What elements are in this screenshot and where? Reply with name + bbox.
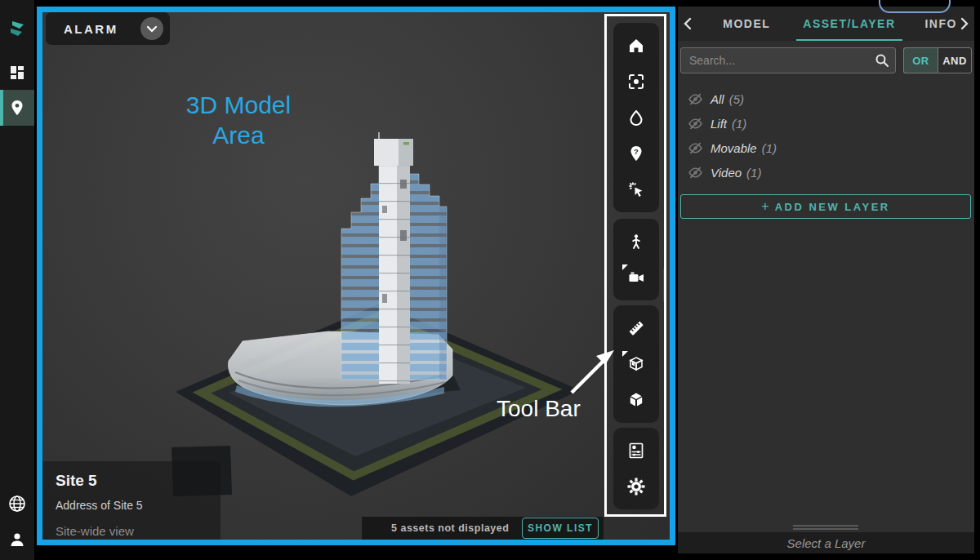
ruler-icon [626,318,646,338]
click-select-button[interactable] [618,171,654,207]
visibility-off-icon[interactable] [688,91,709,107]
layer-row-video[interactable]: Video (1) [678,160,974,184]
alarm-label: ALARM [64,22,140,36]
logic-toggle: OR AND [903,47,972,73]
plus-icon: + [761,199,768,214]
sidebar-item-globe[interactable] [0,487,34,521]
layer-count: (5) [729,92,744,106]
toolbar-group-view [613,219,659,300]
chevron-down-icon[interactable] [140,17,163,40]
tabs-scroll-left[interactable] [678,7,697,41]
home-icon [627,37,645,55]
left-sidebar [0,0,34,560]
site-info-card: Site 5 Address of Site 5 Site-wide view [42,461,220,540]
app-window: ALARM 3D Model Area [0,0,980,560]
site-title: Site 5 [56,472,207,490]
model-area-annotation: 3D Model Area [116,90,361,150]
panel-drag-handle[interactable] [793,525,858,530]
focus-model-button[interactable] [618,64,654,100]
video-camera-icon [626,268,646,287]
layer-row-movable[interactable]: Movable (1) [678,136,974,160]
click-select-icon [627,180,645,198]
section-box-icon [626,354,646,374]
search-icon[interactable] [869,53,895,68]
layer-row-all[interactable]: All (5) [678,87,974,111]
annotation-line1: 3D Model [116,90,361,120]
layer-count: (1) [762,141,777,155]
pin-question-icon: ? [627,144,645,162]
logic-and-button[interactable]: AND [938,47,972,73]
sidebar-item-account[interactable] [0,522,34,557]
search-row: OR AND [678,47,974,73]
flyout-triangle-icon [622,264,628,270]
cube-icon [626,390,646,410]
cropped-top-button[interactable] [879,0,951,13]
add-new-layer-button[interactable]: + ADD NEW LAYER [680,194,971,219]
3d-model-viewport[interactable]: ALARM 3D Model Area [42,12,670,540]
toolbar-group-navigation: ? [613,23,659,212]
viewport-scrollbar[interactable] [663,268,666,302]
tab-model[interactable]: MODEL [711,7,782,41]
layer-label: All [710,92,724,106]
visibility-off-icon[interactable] [688,165,709,180]
display-settings-button[interactable] [618,433,654,469]
dashboard-icon [8,64,26,82]
search-input[interactable] [681,54,869,67]
site-address: Address of Site 5 [56,499,207,512]
logic-or-button[interactable]: OR [903,47,938,73]
person-icon [627,233,645,251]
search-box[interactable] [680,47,896,73]
hidden-assets-bar: 5 assets not displayed SHOW LIST [362,517,604,540]
globe-icon [7,494,27,513]
annotation-line2: Area [116,120,361,150]
building-3d-model[interactable] [165,131,606,522]
extrude-button[interactable] [618,100,654,136]
toolbar-group-settings [613,428,659,509]
site-view-mode: Site-wide view [56,524,207,538]
add-new-layer-label: ADD NEW LAYER [775,201,890,213]
svg-text:?: ? [634,147,639,156]
pin-help-button[interactable]: ? [618,136,654,171]
camera-view-button[interactable] [618,260,654,296]
measure-button[interactable] [618,310,654,346]
layer-count: (1) [746,166,761,180]
right-panel: MODEL ASSET/LAYER INFO OR AND [678,7,974,553]
location-pin-icon [8,99,26,117]
layer-label: Video [710,166,742,180]
app-logo-icon [7,18,28,39]
show-list-button[interactable]: SHOW LIST [522,518,599,539]
alarm-dropdown[interactable]: ALARM [46,12,170,45]
layer-row-lift[interactable]: Lift (1) [678,111,974,136]
toolbar-annotation-label: Tool Bar [497,396,611,422]
layer-count: (1) [732,117,746,131]
layer-label: Lift [710,117,727,131]
settings-button[interactable] [618,469,654,504]
home-button[interactable] [618,28,654,64]
visibility-off-icon[interactable] [688,140,709,156]
layer-list: All (5) Lift (1) [678,87,974,184]
sidebar-item-dashboard[interactable] [0,56,34,90]
layer-selection-footer: Select a Layer [678,532,974,553]
visibility-off-icon[interactable] [688,116,709,131]
walk-view-button[interactable] [618,224,654,260]
app-logo[interactable] [0,11,34,46]
display-settings-icon [626,441,646,460]
gear-icon [626,476,647,497]
layer-label: Movable [710,141,757,155]
account-icon [7,530,27,549]
toolbar-annotation-arrow [555,345,624,398]
focus-icon [627,73,645,91]
droplet-icon [627,109,645,127]
hidden-assets-text: 5 assets not displayed [391,522,522,534]
sidebar-item-map[interactable] [0,90,34,126]
tabs-scroll-right[interactable] [956,7,974,41]
